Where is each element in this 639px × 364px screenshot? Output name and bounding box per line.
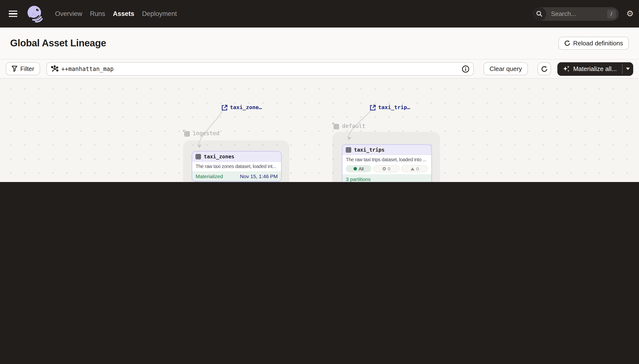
materialize-dropdown-caret[interactable] xyxy=(622,62,633,76)
query-info-icon[interactable] xyxy=(462,65,470,73)
asset-graph-icon xyxy=(51,65,59,73)
materialize-all-button[interactable]: Materialize all... xyxy=(557,62,633,76)
external-asset-taxi-zone[interactable]: taxi_zone… xyxy=(222,104,262,110)
asset-name: taxi_trips xyxy=(354,147,384,152)
partitions-missing-pill[interactable]: 0 xyxy=(402,165,428,172)
asset-query-field xyxy=(46,62,474,76)
nav-item-deployment[interactable]: Deployment xyxy=(142,10,177,18)
reload-definitions-button[interactable]: Reload definitions xyxy=(558,37,629,50)
filter-button[interactable]: Filter xyxy=(6,62,40,75)
global-search[interactable]: / xyxy=(533,7,619,20)
asset-node-taxi-zones[interactable]: taxi_zones The raw taxi zones dataset, l… xyxy=(192,151,282,182)
lineage-canvas[interactable]: ingested default metrics taxi_zone… taxi… xyxy=(0,79,639,182)
top-nav: Overview Runs Assets Deployment / ⚙ xyxy=(0,0,639,28)
group-label-ingested[interactable]: ingested xyxy=(183,130,220,136)
asset-description: The raw taxi zones dataset, loaded int..… xyxy=(192,162,281,172)
filter-funnel-icon xyxy=(12,66,18,72)
refresh-icon xyxy=(564,40,570,46)
status-badge: Materialized xyxy=(196,173,223,179)
asset-node-taxi-trips[interactable]: taxi_trips The raw taxi trips dataset, l… xyxy=(342,144,432,182)
search-input[interactable] xyxy=(550,10,598,18)
asset-group-icon xyxy=(183,130,190,136)
external-asset-taxi-trip[interactable]: taxi_trip… xyxy=(370,104,410,110)
group-label-default[interactable]: default xyxy=(332,122,365,130)
dagster-logo-icon[interactable] xyxy=(26,4,44,23)
lineage-edges xyxy=(0,79,639,182)
table-icon xyxy=(196,154,201,159)
app-window: Overview Runs Assets Deployment / ⚙ Glob… xyxy=(0,0,639,182)
table-icon xyxy=(346,147,351,152)
asset-query-input[interactable] xyxy=(46,62,474,76)
chevron-down-icon xyxy=(626,68,630,70)
nav-links: Overview Runs Assets Deployment xyxy=(55,10,177,18)
clear-query-button[interactable]: Clear query xyxy=(484,62,528,75)
lineage-toolbar: Filter Clear query xyxy=(0,60,639,79)
asset-description: The raw taxi trips dataset, loaded into … xyxy=(342,155,431,164)
materialization-timestamp[interactable]: Nov 15, 1:46 PM xyxy=(240,173,278,179)
external-link-icon xyxy=(370,104,376,110)
failed-ring-icon xyxy=(383,167,386,170)
partitions-failed-pill[interactable]: 0 xyxy=(373,165,399,172)
refresh-query-button[interactable] xyxy=(537,62,551,75)
partitions-materialized-pill[interactable]: All xyxy=(346,165,371,172)
search-shortcut-key: / xyxy=(607,10,616,18)
partition-health-row: All 0 0 xyxy=(342,164,431,174)
asset-name: taxi_zones xyxy=(204,154,234,159)
settings-gear-icon[interactable]: ⚙ xyxy=(626,10,634,18)
asset-group-icon xyxy=(332,122,339,130)
missing-triangle-icon xyxy=(411,167,414,170)
search-icon xyxy=(533,7,546,20)
page-title: Global Asset Lineage xyxy=(10,38,106,49)
refresh-icon xyxy=(541,66,547,72)
menu-icon[interactable] xyxy=(9,10,18,17)
nav-item-runs[interactable]: Runs xyxy=(90,10,105,18)
nav-item-assets[interactable]: Assets xyxy=(113,10,135,18)
partitions-summary[interactable]: 3 partitions xyxy=(346,176,371,182)
page-header: Global Asset Lineage Reload definitions xyxy=(0,28,639,60)
nav-item-overview[interactable]: Overview xyxy=(55,10,82,18)
external-link-icon xyxy=(222,104,228,110)
materialized-dot-icon xyxy=(353,167,357,170)
sparkles-icon xyxy=(562,65,570,72)
